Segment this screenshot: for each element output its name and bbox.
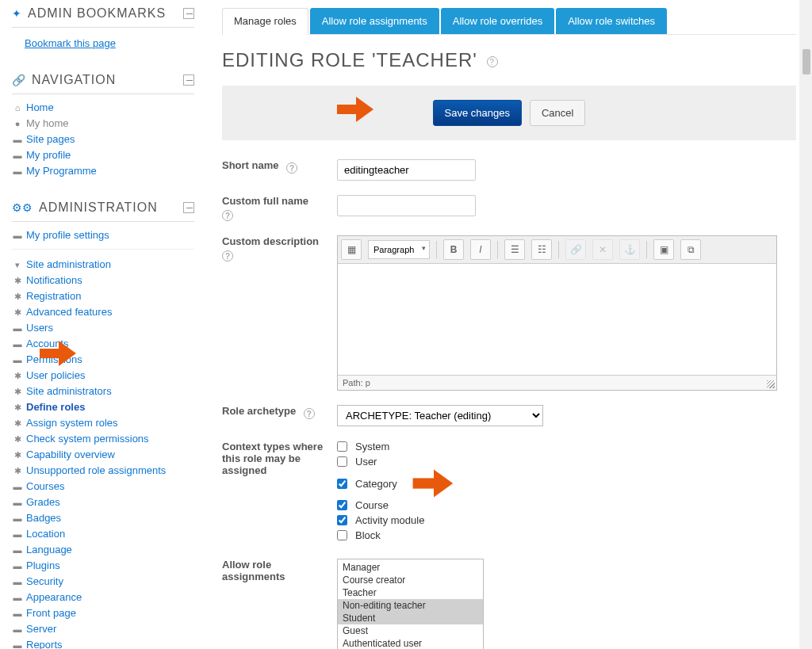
admin-nav-link[interactable]: Server	[26, 623, 56, 635]
nav-item[interactable]: ▬Site pages	[12, 131, 194, 147]
scrollbar[interactable]	[799, 0, 812, 649]
admin-nav-item[interactable]: ▬Badges	[12, 510, 194, 525]
context-checkbox[interactable]	[337, 441, 347, 452]
admin-nav-link[interactable]: Plugins	[26, 559, 60, 571]
help-icon[interactable]: ?	[222, 250, 233, 262]
admin-nav-item[interactable]: ▬My profile settings	[12, 227, 194, 242]
admin-nav-item[interactable]: ▬Plugins	[12, 557, 194, 573]
italic-icon[interactable]: I	[470, 239, 491, 260]
role-option[interactable]: Manager	[338, 561, 483, 574]
save-button[interactable]: Save changes	[433, 100, 522, 126]
admin-nav-item[interactable]: ▾Site administration	[12, 256, 194, 272]
context-checkbox[interactable]	[337, 515, 347, 525]
admin-nav-link[interactable]: Registration	[26, 290, 81, 302]
admin-nav-link[interactable]: Grades	[26, 496, 60, 508]
admin-nav-link[interactable]: Site administration	[26, 258, 111, 270]
role-option[interactable]: Course creator	[338, 574, 483, 586]
bullet-list-icon[interactable]: ☰	[504, 239, 525, 260]
role-option[interactable]: Teacher	[338, 586, 483, 599]
admin-nav-link[interactable]: Appearance	[26, 591, 82, 603]
context-checkbox[interactable]	[337, 456, 347, 467]
toolbar-toggle-icon[interactable]: ▦	[341, 239, 362, 260]
context-checkbox[interactable]	[337, 530, 347, 540]
admin-nav-item[interactable]: ✱Capability overview	[12, 446, 194, 462]
admin-nav-item[interactable]: ✱Notifications	[12, 272, 194, 288]
admin-nav-item[interactable]: ✱Check system permissions	[12, 430, 194, 446]
cancel-button[interactable]: Cancel	[530, 100, 585, 126]
help-icon[interactable]: ?	[304, 408, 315, 419]
link-icon[interactable]: 🔗	[565, 239, 586, 260]
admin-nav-item[interactable]: ▬Courses	[12, 478, 194, 494]
admin-nav-item[interactable]: ✱Registration	[12, 288, 194, 304]
admin-nav-item[interactable]: ✱Assign system roles	[12, 414, 194, 430]
admin-nav-link[interactable]: Badges	[26, 512, 61, 524]
admin-nav-item[interactable]: ▬Appearance	[12, 589, 194, 605]
admin-nav-item[interactable]: ▬Server	[12, 620, 194, 636]
nav-link[interactable]: My Programme	[26, 165, 97, 177]
tab[interactable]: Allow role switches	[556, 8, 667, 34]
admin-nav-item[interactable]: ✱Define roles	[12, 399, 194, 414]
admin-nav-link[interactable]: Front page	[26, 607, 76, 619]
nav-link[interactable]: Site pages	[26, 133, 75, 145]
editor-body[interactable]	[338, 264, 776, 375]
tab[interactable]: Allow role assignments	[310, 8, 439, 34]
nav-item[interactable]: ⌂Home	[12, 99, 194, 115]
admin-nav-link[interactable]: Notifications	[26, 274, 82, 286]
admin-nav-item[interactable]: ▬Location	[12, 525, 194, 541]
shortname-input[interactable]	[337, 159, 476, 181]
admin-nav-item[interactable]: ▬Front page	[12, 605, 194, 620]
help-icon[interactable]: ?	[222, 210, 233, 221]
admin-nav-item[interactable]: ▬Reports	[12, 636, 194, 649]
custom-fullname-input[interactable]	[337, 195, 476, 216]
admin-nav-link[interactable]: Reports	[26, 639, 63, 649]
admin-nav-item[interactable]: ✱Unsupported role assignments	[12, 462, 194, 478]
nav-item[interactable]: ▬My profile	[12, 147, 194, 162]
context-checkbox[interactable]	[337, 500, 347, 510]
admin-nav-item[interactable]: ✱User policies	[12, 367, 194, 383]
admin-nav-link[interactable]: Unsupported role assignments	[26, 464, 166, 476]
admin-nav-link[interactable]: Security	[26, 575, 63, 587]
image-icon[interactable]: ▣	[653, 239, 674, 260]
admin-nav-link[interactable]: Define roles	[26, 401, 85, 413]
admin-nav-item[interactable]: ✱Site administrators	[12, 383, 194, 399]
help-icon[interactable]: ?	[286, 162, 297, 174]
nav-link[interactable]: My profile	[26, 149, 71, 161]
admin-nav-link[interactable]: Check system permissions	[26, 433, 149, 445]
admin-nav-link[interactable]: User policies	[26, 369, 85, 381]
admin-nav-link[interactable]: Courses	[26, 480, 64, 492]
admin-nav-item[interactable]: ▬Users	[12, 319, 194, 335]
nav-link[interactable]: Home	[26, 101, 54, 113]
description-editor[interactable]: ▦ Paragraph B I ☰ ☷ 🔗 ✕ ⚓ ▣	[337, 235, 777, 391]
anchor-icon[interactable]: ⚓	[619, 239, 640, 260]
admin-nav-link[interactable]: Capability overview	[26, 449, 115, 460]
role-option[interactable]: Authenticated user	[338, 637, 483, 649]
archetype-select[interactable]: ARCHETYPE: Teacher (editing)	[337, 405, 543, 426]
role-option[interactable]: Non-editing teacher	[338, 599, 483, 612]
admin-nav-link[interactable]: Advanced features	[26, 306, 112, 318]
format-select[interactable]: Paragraph	[368, 240, 430, 259]
nav-item[interactable]: ▬My Programme	[12, 162, 194, 178]
admin-nav-link[interactable]: Site administrators	[26, 385, 112, 397]
tab[interactable]: Manage roles	[222, 8, 308, 35]
number-list-icon[interactable]: ☷	[531, 239, 552, 260]
resize-handle-icon[interactable]	[767, 380, 775, 388]
bold-icon[interactable]: B	[443, 239, 464, 260]
nav-link[interactable]: My home	[26, 117, 68, 129]
nav-item[interactable]: ●My home	[12, 115, 194, 131]
help-icon[interactable]: ?	[487, 56, 498, 67]
collapse-icon[interactable]	[183, 8, 194, 19]
admin-nav-item[interactable]: ▬Language	[12, 541, 194, 557]
admin-nav-link[interactable]: My profile settings	[26, 229, 109, 241]
context-checkbox[interactable]	[337, 479, 347, 489]
allow-assignments-select[interactable]: ManagerCourse creatorTeacherNon-editing …	[337, 559, 484, 649]
collapse-icon[interactable]	[183, 74, 194, 86]
admin-nav-item[interactable]: ✱Advanced features	[12, 304, 194, 319]
admin-nav-link[interactable]: Users	[26, 322, 53, 334]
unlink-icon[interactable]: ✕	[592, 239, 613, 260]
media-icon[interactable]: ⧉	[680, 239, 701, 260]
admin-nav-link[interactable]: Assign system roles	[26, 417, 118, 429]
role-option[interactable]: Student	[338, 612, 483, 624]
admin-nav-item[interactable]: ▬Grades	[12, 494, 194, 510]
role-option[interactable]: Guest	[338, 624, 483, 637]
bookmark-page-link[interactable]: Bookmark this page	[12, 32, 194, 51]
